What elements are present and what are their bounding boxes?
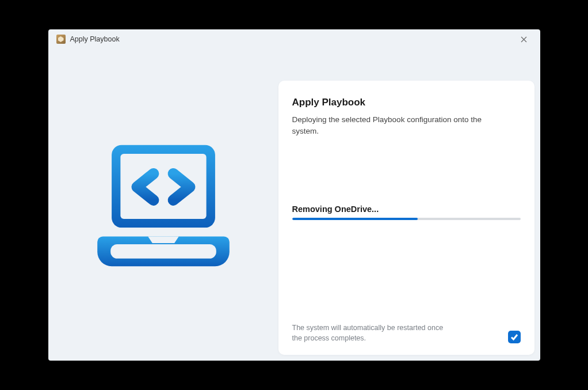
svg-rect-2 [112, 228, 215, 237]
restart-note: The system will automatically be restart… [292, 323, 448, 343]
panel-footer: The system will automatically be restart… [292, 323, 521, 343]
illustration-pane [48, 49, 278, 361]
close-button[interactable] [513, 31, 536, 47]
svg-rect-3 [110, 244, 216, 258]
close-icon [521, 36, 527, 43]
panel-heading: Apply Playbook [292, 97, 521, 108]
progress-bar [292, 218, 521, 220]
panel-subtitle: Deploying the selected Playbook configur… [292, 114, 488, 137]
app-icon [56, 35, 66, 44]
app-window: Apply Playbook [48, 29, 540, 361]
restart-checkbox[interactable] [508, 331, 521, 343]
content-area: Apply Playbook Deploying the selected Pl… [48, 49, 540, 361]
check-icon [510, 333, 518, 341]
progress-block: Removing OneDrive... [292, 205, 521, 220]
titlebar: Apply Playbook [48, 29, 540, 49]
progress-panel: Apply Playbook Deploying the selected Pl… [278, 81, 534, 355]
status-text: Removing OneDrive... [292, 205, 521, 214]
laptop-code-icon [97, 142, 230, 268]
window-title: Apply Playbook [70, 35, 120, 43]
progress-fill [292, 218, 418, 220]
